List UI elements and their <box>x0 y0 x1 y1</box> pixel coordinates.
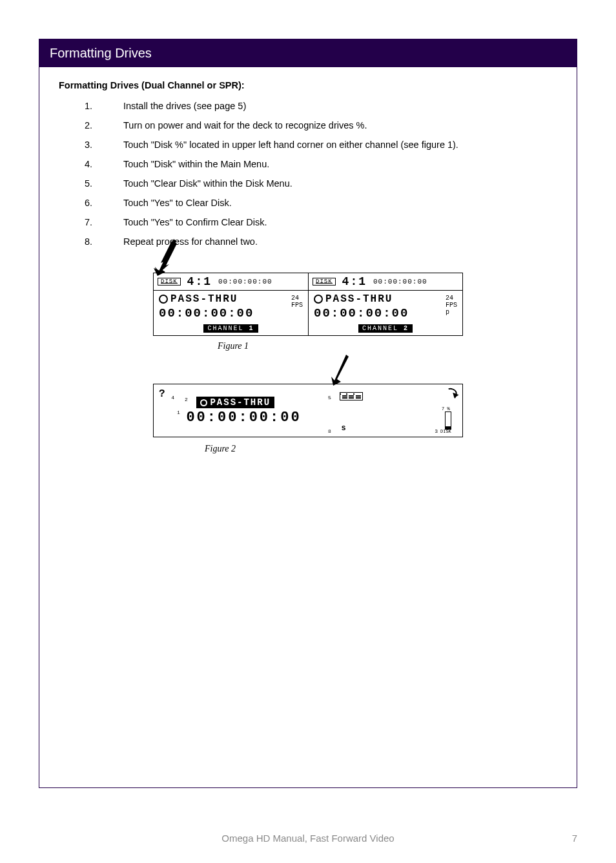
subheading: Formatting Drives (Dual Channel or SPR): <box>59 80 557 90</box>
mode-badge: PASS-THRU <box>196 397 274 408</box>
channel-2-panel: DISK 4:1 00:00:00:00 PASS-THRU 00:00:00:… <box>308 273 462 335</box>
page-footer: Omega HD Manual, Fast Forward Video 7 <box>0 833 616 844</box>
disk-button[interactable]: DISK <box>313 278 336 286</box>
steps-list: 1.Install the drives (see page 5) 2.Turn… <box>59 101 557 247</box>
list-item: 5.Touch "Clear Disk" within the Disk Men… <box>85 178 557 189</box>
disk-gauge: 7 % DISK <box>440 407 451 434</box>
callout-number: 8 <box>328 428 331 434</box>
fps-readout: 24 FPS <box>291 293 303 309</box>
pointer-arrow-icon <box>328 352 354 388</box>
list-item: 2.Turn on power and wait for the deck to… <box>85 120 557 130</box>
timecode-small: 00:00:00:00 <box>218 278 272 286</box>
list-item: 3.Touch "Disk %" located in upper left h… <box>85 140 557 150</box>
mode-label: PASS-THRU <box>170 293 238 305</box>
list-item: 4.Touch "Disk" within the Main Menu. <box>85 159 557 169</box>
figure-1: DISK 4:1 00:00:00:00 PASS-THRU 00:00:00:… <box>153 273 463 454</box>
figure-caption: Figure 2 <box>205 444 463 454</box>
mode-label: PASS-THRU <box>325 293 393 305</box>
list-item: 6.Touch "Yes" to Clear Disk. <box>85 198 557 208</box>
record-indicator-icon <box>200 399 207 406</box>
channel-label: CHANNEL 2 <box>358 324 413 333</box>
callout-number: 2 <box>185 397 188 402</box>
channel-label: CHANNEL 1 <box>203 324 258 333</box>
s-label: s <box>341 424 345 433</box>
help-icon[interactable]: ? <box>159 388 165 400</box>
page-number: 7 <box>572 833 577 844</box>
ratio-value: 4:1 <box>342 275 367 288</box>
figure-2-panel: ? 4 2 PASS-THRU 1 00:00:00:00 <box>153 384 463 437</box>
section-header: Formatting Drives <box>39 39 577 67</box>
callout-number: 3 <box>435 428 438 434</box>
callout-number: 5 <box>328 395 331 400</box>
ratio-value: 4:1 <box>187 275 212 288</box>
channel-1-panel: DISK 4:1 00:00:00:00 PASS-THRU 00:00:00:… <box>154 273 308 335</box>
fps-readout: 24 FPS p <box>446 293 457 316</box>
keyboard-icon[interactable] <box>340 392 363 400</box>
timecode-large: 00:00:00:00 <box>159 306 291 320</box>
timecode-large: 00:00:00:00 <box>314 306 446 320</box>
timecode-small: 00:00:00:00 <box>373 278 427 286</box>
callout-number: 1 <box>177 410 180 415</box>
redo-icon[interactable] <box>444 386 458 399</box>
record-indicator-icon <box>314 295 323 304</box>
record-indicator-icon <box>159 295 168 304</box>
list-item: 7.Touch "Yes" to Confirm Clear Disk. <box>85 217 557 227</box>
list-item: 1.Install the drives (see page 5) <box>85 101 557 111</box>
figure-caption: Figure 1 <box>218 341 463 351</box>
callout-number: 4 <box>171 395 174 400</box>
timecode-large: 00:00:00:00 <box>186 410 301 426</box>
disk-button[interactable]: DISK <box>158 278 181 286</box>
footer-title: Omega HD Manual, Fast Forward Video <box>221 833 394 844</box>
